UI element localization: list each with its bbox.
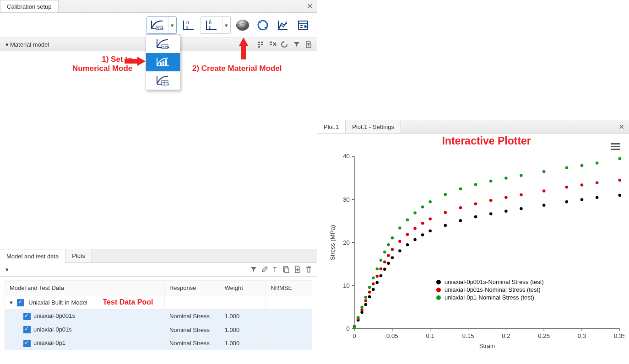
edit-icon[interactable] [260,265,269,274]
plot-area: Interactive Plotter 00.050.10.150.20.250… [317,134,629,355]
filter-icon[interactable] [292,40,301,49]
svg-point-75 [421,233,424,236]
export-icon[interactable] [293,265,302,274]
trash-icon[interactable] [304,265,313,274]
window-title-tab[interactable]: Calibration setup [0,0,59,12]
strain-rate-button[interactable]: δ̂ ε ▾ [201,16,231,34]
svg-point-106 [474,203,477,206]
arrow-icon [137,57,146,66]
svg-point-69 [383,268,386,271]
table-row[interactable]: uniaxial-0p1 Nominal Stress 1.000 [5,337,312,350]
test-data-table: Model and Test Data Response Weight NRMS… [5,280,312,350]
undo-icon[interactable] [280,40,289,49]
report-button[interactable] [295,17,311,33]
annotation-plotter: Interactive Plotter [442,135,531,147]
chart-icon [277,19,289,32]
legend-item[interactable]: uniaxial-0p001s-Nominal Stress (test) [436,278,544,285]
row-nrmse [266,337,312,350]
svg-point-103 [428,218,432,221]
tab-model-test-data[interactable]: Model and test data [0,250,65,263]
svg-point-137 [542,170,546,173]
checkbox[interactable] [23,340,31,347]
svg-point-113 [596,181,599,184]
checkbox[interactable] [23,313,31,320]
legend-item[interactable]: uniaxial-0p01s-Nominal Stress (test) [436,286,544,293]
tab-plot1[interactable]: Plot.1 [317,120,346,133]
svg-point-136 [520,174,523,177]
svg-point-111 [565,186,569,189]
chevron-down-icon[interactable]: ▾ [168,17,176,33]
annotation-step1b: Numerical Mode [72,64,132,73]
tree-caret-icon[interactable]: ▾ [10,299,15,306]
checkbox[interactable] [17,299,24,306]
svg-rect-8 [298,21,308,29]
svg-point-135 [504,177,508,180]
export-icon[interactable] [304,40,313,49]
svg-point-134 [489,180,493,183]
copy-icon[interactable] [282,265,291,274]
svg-point-129 [421,205,424,209]
mode-numerical[interactable] [146,53,180,71]
close-icon[interactable]: ✕ [614,120,629,133]
row-nrmse [266,310,312,323]
chevron-down-icon[interactable]: ▾ [222,17,230,33]
svg-point-92 [368,290,371,294]
svg-point-130 [428,200,432,203]
row-name: uniaxial-0p001s [33,312,75,319]
sigma-epsilon-button[interactable]: σ ε [180,17,197,33]
legend-dot-icon [436,288,441,292]
legend-dot-icon [436,295,441,300]
mode-table[interactable] [146,71,180,90]
svg-point-96 [383,261,386,264]
settings-remove-icon[interactable] [268,40,277,49]
legend-label: uniaxial-0p01s-Nominal Stress (test) [445,286,541,293]
svg-point-109 [520,193,523,197]
svg-point-105 [459,206,462,209]
curve-fx-icon: f(x) [150,19,165,32]
table-row[interactable]: uniaxial-0p01s Nominal Stress 1.000 [5,323,312,337]
chart[interactable]: 00.050.10.150.20.250.30.35010203040Strai… [326,147,624,352]
svg-point-112 [580,183,584,187]
svg-point-115 [353,325,356,328]
table-row[interactable]: uniaxial-0p001s Nominal Stress 1.000 [5,310,312,323]
svg-point-110 [542,189,546,193]
material-sphere-icon [235,18,250,32]
section-caret-icon[interactable]: ▾ [4,41,10,48]
strain-rate-icon: δ̂ ε [205,19,218,32]
settings-icon[interactable] [256,40,266,49]
tab-plots[interactable]: Plots [65,249,92,262]
svg-point-116 [357,316,360,319]
svg-point-101 [413,227,417,230]
svg-point-140 [596,161,599,165]
lower-section: Model and test data Plots ▾ T Model and … [0,249,317,364]
legend-item[interactable]: uniaxial-0p1-Nominal Stress (test) [436,294,544,301]
svg-point-76 [428,230,432,233]
checkbox[interactable] [23,326,31,333]
svg-point-83 [542,203,546,207]
svg-text:0.2: 0.2 [502,332,510,339]
svg-point-78 [459,219,462,222]
chart-button[interactable] [275,17,291,33]
section-caret-icon[interactable]: ▾ [4,266,10,273]
svg-point-118 [364,296,368,299]
mode-dropdown-button[interactable]: f(x) ▾ [146,16,177,34]
sigma-epsilon-icon: σ ε [182,19,195,32]
svg-text:f(x): f(x) [163,45,168,49]
filter-icon[interactable] [249,265,258,274]
col-response: Response [164,280,220,295]
svg-rect-23 [258,46,260,48]
mode-analytical[interactable]: f(x) [146,35,180,53]
refresh-button[interactable] [255,17,271,33]
svg-point-63 [360,311,363,314]
annotation-step1a: 1) Set to [72,55,132,64]
svg-point-12 [304,25,307,28]
close-icon[interactable]: ✕ [305,2,314,11]
row-name: uniaxial-0p1 [33,339,65,346]
svg-point-73 [406,243,409,246]
create-material-model-button[interactable] [234,17,251,33]
report-icon [297,19,309,32]
tab-plot1-settings[interactable]: Plot.1 - Settings [346,120,401,133]
svg-point-91 [364,299,368,302]
text-icon[interactable]: T [271,265,280,274]
svg-point-117 [360,305,363,309]
